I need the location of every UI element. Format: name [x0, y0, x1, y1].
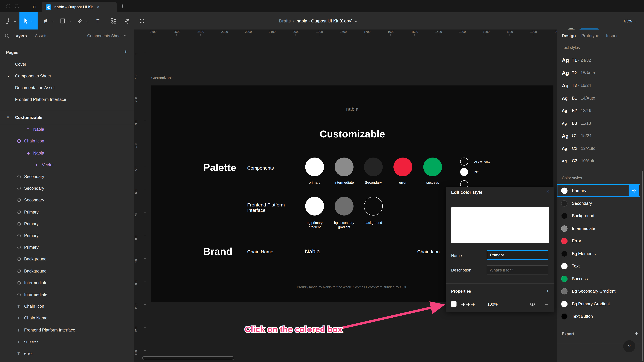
- swatch-text[interactable]: [460, 168, 468, 176]
- comment-tool-button[interactable]: [138, 12, 146, 29]
- layer-row[interactable]: ▾Vector: [0, 159, 134, 171]
- color-style-row[interactable]: Bg Secondary Gradient: [557, 285, 640, 297]
- search-icon[interactable]: [5, 33, 10, 38]
- visibility-eye-icon[interactable]: [530, 302, 535, 306]
- color-preview[interactable]: [451, 207, 549, 243]
- tab-design[interactable]: Design: [562, 33, 576, 38]
- color-style-row-primary[interactable]: Primary: [557, 184, 640, 197]
- layer-row[interactable]: Secondary: [0, 171, 134, 182]
- dialog-close-icon[interactable]: ✕: [546, 189, 550, 194]
- add-export-button[interactable]: +: [635, 331, 638, 337]
- layer-row[interactable]: Primary: [0, 241, 134, 253]
- file-menu-chevron-icon[interactable]: [355, 19, 358, 22]
- page-item-components-sheet[interactable]: ✓ Components Sheet: [0, 70, 134, 82]
- breadcrumb-file-name[interactable]: nabla - Outpost UI Kit (Copy): [297, 18, 353, 23]
- tab-prototype[interactable]: Prototype: [581, 33, 599, 38]
- layer-row[interactable]: Secondary: [0, 194, 134, 206]
- color-style-row[interactable]: Secondary: [557, 197, 640, 210]
- layer-row[interactable]: TChain Icon: [0, 300, 134, 312]
- page-item-documentation-asset[interactable]: Documentation Asset: [0, 82, 134, 93]
- property-hex-value[interactable]: FFFFFF: [460, 302, 475, 307]
- swatch-error[interactable]: [394, 158, 412, 176]
- layer-row[interactable]: ◆Nabla: [0, 147, 134, 159]
- layer-row[interactable]: Chain Icon: [0, 135, 134, 147]
- new-tab-button[interactable]: +: [121, 3, 124, 10]
- text-style-row[interactable]: AgT2 · 18/Auto: [557, 67, 640, 79]
- swatch-success[interactable]: [423, 158, 442, 176]
- color-style-row[interactable]: Text Button: [557, 310, 640, 323]
- zoom-menu[interactable]: 63%: [624, 12, 636, 29]
- layer-row[interactable]: Terror: [0, 348, 134, 359]
- color-style-row[interactable]: Intermediate: [557, 222, 640, 235]
- tab-layers[interactable]: Layers: [14, 33, 27, 38]
- frame-label[interactable]: Customizable: [151, 76, 174, 80]
- remove-property-button[interactable]: −: [545, 301, 548, 307]
- color-style-row[interactable]: Text: [557, 260, 640, 272]
- property-opacity-value[interactable]: 100%: [487, 302, 498, 307]
- page-item-cover[interactable]: Cover: [0, 58, 134, 70]
- layer-row[interactable]: TFrontend Platform Interface: [0, 324, 134, 336]
- text-style-row[interactable]: AgC1 · 15/24: [557, 129, 640, 142]
- file-tab[interactable]: nabla - Outpost UI Kit (Copy) ✕: [42, 2, 117, 12]
- color-style-row[interactable]: Error: [557, 235, 640, 247]
- add-page-button[interactable]: +: [124, 49, 127, 55]
- swatch-intermediate[interactable]: [335, 158, 354, 176]
- tab-inspect[interactable]: Inspect: [606, 33, 620, 38]
- page-selector[interactable]: Components Sheet: [87, 33, 126, 38]
- swatch-secondary[interactable]: [364, 158, 383, 176]
- layer-row[interactable]: Intermediate: [0, 289, 134, 300]
- home-button[interactable]: ⌂: [30, 2, 40, 11]
- swatch-bg-secondary-gradient[interactable]: [335, 197, 354, 216]
- text-style-row[interactable]: AgB2 · 12/16: [557, 104, 640, 117]
- text-style-row[interactable]: AgB3 · 11/13: [557, 117, 640, 129]
- frame-tool-button[interactable]: #: [42, 12, 49, 29]
- window-control-icon[interactable]: [15, 4, 19, 8]
- chain-name-value[interactable]: Nabla: [305, 248, 320, 255]
- layer-row[interactable]: Primary: [0, 230, 134, 241]
- color-style-row[interactable]: Bg Elements: [557, 247, 640, 260]
- layer-row[interactable]: Background: [0, 253, 134, 265]
- description-input[interactable]: [487, 266, 548, 275]
- tab-assets[interactable]: Assets: [35, 33, 48, 38]
- layer-row[interactable]: Intermediate: [0, 277, 134, 289]
- window-control-icon[interactable]: [6, 4, 10, 8]
- breadcrumb-folder[interactable]: Drafts: [279, 18, 291, 23]
- horizontal-scrollbar[interactable]: [142, 356, 234, 360]
- edit-style-button[interactable]: [628, 185, 639, 196]
- move-tool-button[interactable]: [20, 12, 38, 29]
- layer-row[interactable]: TNabla: [0, 123, 134, 135]
- swatch-background[interactable]: [364, 197, 383, 216]
- text-tool-button[interactable]: T: [94, 12, 101, 29]
- panel-scrollbar[interactable]: [642, 171, 643, 361]
- color-style-row[interactable]: Success: [557, 273, 640, 285]
- name-input[interactable]: [487, 250, 548, 260]
- property-color-box[interactable]: [451, 301, 456, 307]
- color-style-row[interactable]: Background: [557, 210, 640, 222]
- text-style-row[interactable]: AgT1 · 24/32: [557, 54, 640, 66]
- layer-row[interactable]: Tsuccess: [0, 336, 134, 348]
- add-property-button[interactable]: +: [546, 288, 549, 294]
- text-style-row[interactable]: AgC2 · 12/Auto: [557, 142, 640, 155]
- layer-row[interactable]: Secondary: [0, 182, 134, 194]
- page-item-frontend-platform-interface[interactable]: Frontend Platform Interface: [0, 93, 134, 105]
- pen-tool-button[interactable]: [76, 12, 83, 29]
- swatch-primary[interactable]: [305, 158, 324, 176]
- layer-row[interactable]: Primary: [0, 218, 134, 230]
- color-style-row[interactable]: Bg Primary Gradient: [557, 298, 640, 310]
- shape-tool-chevron-icon[interactable]: [68, 12, 72, 29]
- swatch-bg-elements[interactable]: [460, 158, 468, 166]
- resources-tool-button[interactable]: [110, 12, 117, 29]
- layer-row[interactable]: Primary: [0, 206, 134, 218]
- swatch-bg-primary-gradient[interactable]: [305, 197, 324, 216]
- text-style-row[interactable]: AgB1 · 14/Auto: [557, 92, 640, 104]
- layer-row[interactable]: TChain Name: [0, 312, 134, 324]
- hand-tool-button[interactable]: [124, 12, 131, 29]
- frame-tool-chevron-icon[interactable]: [50, 12, 54, 29]
- text-style-row[interactable]: AgT3 · 16/24: [557, 79, 640, 91]
- layer-row[interactable]: Background: [0, 265, 134, 277]
- tab-close-icon[interactable]: ✕: [96, 5, 100, 9]
- help-button[interactable]: ?: [623, 340, 635, 352]
- main-menu-button[interactable]: [3, 12, 12, 29]
- pen-tool-chevron-icon[interactable]: [85, 12, 89, 29]
- layer-row-frame-customizable[interactable]: # Customizable: [0, 111, 134, 124]
